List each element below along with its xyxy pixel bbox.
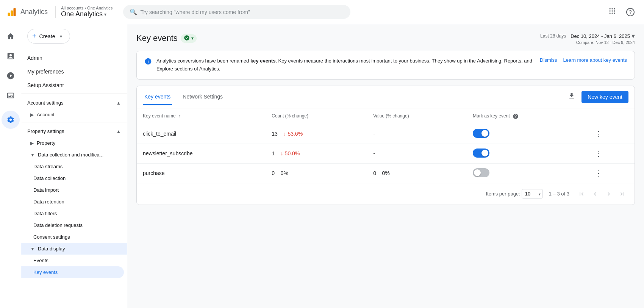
col-header-name: Key event name ↑ [137, 108, 266, 124]
cell-mark-1 [467, 124, 587, 144]
first-page-button[interactable] [575, 188, 588, 200]
sidebar-item-my-preferences[interactable]: My preferences [21, 65, 124, 78]
sidebar-item-events[interactable]: Events [21, 255, 124, 266]
property-settings-header[interactable]: Property settings ▲ [21, 124, 127, 137]
toggle-2[interactable] [473, 149, 489, 158]
more-menu-button-2[interactable]: ⋮ [593, 148, 604, 159]
data-collection-label: Data collection [33, 175, 66, 181]
sidebar-item-data-deletion-requests[interactable]: Data deletion requests [21, 219, 124, 231]
more-menu-button-1[interactable]: ⋮ [593, 128, 604, 139]
date-range-expand-icon[interactable]: ▾ [631, 32, 635, 40]
svg-point-10 [611, 13, 613, 14]
sidebar-item-consent-settings[interactable]: Consent settings [21, 231, 124, 243]
sidebar-item-data-collection[interactable]: Data collection [21, 172, 124, 184]
cell-mark-3 [467, 163, 587, 183]
svg-point-4 [611, 8, 613, 9]
sidebar-icon-admin[interactable] [2, 111, 20, 129]
sidebar-item-account[interactable]: ▶ Account [21, 109, 127, 120]
account-settings-header[interactable]: Account settings ▲ [21, 95, 127, 109]
create-button[interactable]: + Create ▾ [27, 29, 70, 44]
icon-sidebar [0, 24, 21, 308]
col-header-value: Value (% change) [367, 108, 467, 124]
cell-value-2: - [367, 144, 467, 163]
new-key-event-button[interactable]: New key event [581, 91, 628, 103]
status-check-icon [184, 35, 190, 42]
sidebar-item-data-filters[interactable]: Data filters [21, 208, 124, 219]
table-card: Key events Network Settings New key even… [136, 86, 635, 205]
learn-more-link[interactable]: Learn more about key events [563, 57, 627, 63]
table-head: Key event name ↑ Count (% change) Value … [137, 108, 635, 124]
svg-point-11 [614, 13, 615, 14]
cell-more-2: ⋮ [587, 144, 635, 163]
download-button[interactable] [565, 91, 578, 103]
text-sidebar: + Create ▾ Admin My preferences Setup As… [21, 24, 127, 308]
sidebar-item-data-import[interactable]: Data import [21, 184, 124, 196]
setup-assistant-label: Setup Assistant [27, 82, 64, 88]
table-row: newsletter_subscribe 1 ↓ 50.0% - [137, 144, 635, 163]
toggle-1[interactable] [473, 129, 489, 138]
sidebar-item-admin[interactable]: Admin [21, 51, 124, 65]
sidebar-icon-explore[interactable] [2, 67, 20, 85]
sidebar-item-data-streams[interactable]: Data streams [21, 161, 124, 172]
col-header-actions [587, 108, 635, 124]
help-icon-button[interactable]: ? [623, 5, 638, 20]
cell-more-3: ⋮ [587, 163, 635, 183]
tab-key-events[interactable]: Key events [143, 89, 172, 105]
toggle-3[interactable] [473, 168, 489, 177]
prev-page-button[interactable] [589, 188, 601, 200]
sidebar-item-data-display[interactable]: ▼ Data display [21, 243, 127, 255]
more-menu-button-3[interactable]: ⋮ [593, 167, 604, 179]
account-expand-icon: ▶ [30, 112, 34, 117]
date-range-text: Dec 10, 2024 - Jan 6, 2025 [571, 33, 630, 39]
svg-point-6 [610, 10, 611, 11]
dismiss-button[interactable]: Dismiss [540, 57, 557, 63]
data-retention-label: Data retention [33, 199, 64, 205]
info-bold-text: key events [250, 58, 276, 64]
per-page-label: Items per page: [486, 191, 520, 197]
info-banner: Analytics conversions have been renamed … [136, 51, 635, 80]
info-text: Analytics conversions have been renamed … [156, 57, 535, 73]
logo-area: Analytics [6, 6, 48, 18]
last-page-button[interactable] [616, 188, 628, 200]
apps-icon-button[interactable] [605, 5, 620, 20]
status-badge[interactable]: ▾ [181, 34, 197, 43]
per-page-select[interactable]: 10 25 50 100 [522, 189, 543, 199]
count-change-1: ↓ 53.6% [283, 131, 303, 137]
property-label: Property [37, 140, 55, 146]
per-page-selector: Items per page: 10 25 50 100 [486, 189, 542, 199]
value-change-3: 0% [382, 170, 389, 176]
tab-network-settings[interactable]: Network Settings [181, 89, 224, 105]
top-nav-actions: ? [605, 5, 638, 20]
search-bar[interactable]: 🔍 [123, 5, 350, 19]
my-preferences-label: My preferences [27, 69, 64, 75]
account-label: Account [37, 112, 55, 117]
search-input[interactable] [140, 9, 344, 15]
data-collection-mod-label: Data collection and modifica... [38, 152, 103, 158]
next-page-button[interactable] [603, 188, 615, 200]
data-import-label: Data import [33, 187, 59, 193]
mark-help-icon[interactable] [513, 113, 519, 119]
sidebar-item-data-retention[interactable]: Data retention [21, 196, 124, 208]
sidebar-icon-home[interactable] [2, 27, 20, 45]
sidebar-item-data-collection-mod[interactable]: ▼ Data collection and modifica... [21, 149, 127, 161]
breadcrumb: All accounts › One Analytics One Analyti… [55, 6, 113, 18]
sidebar-item-property[interactable]: ▶ Property [21, 137, 127, 149]
create-chevron-icon: ▾ [60, 34, 62, 39]
sidebar-item-key-events[interactable]: Key events [21, 266, 124, 278]
down-arrow-icon: ↓ [283, 131, 286, 137]
svg-point-7 [611, 10, 613, 11]
property-settings-chevron-icon: ▲ [116, 129, 121, 134]
cell-name-1: click_to_email [137, 124, 266, 144]
table-header-row: Key event name ↑ Count (% change) Value … [137, 108, 635, 124]
status-chevron-icon: ▾ [191, 36, 194, 41]
sidebar-icon-reports[interactable] [2, 47, 20, 65]
top-nav: Analytics All accounts › One Analytics O… [0, 0, 644, 24]
sort-icon[interactable]: ↑ [178, 113, 181, 119]
data-display-label: Data display [38, 246, 65, 252]
app-title: Analytics [20, 8, 48, 16]
date-range-selector[interactable]: Last 28 days Dec 10, 2024 - Jan 6, 2025 … [540, 32, 635, 40]
account-selector[interactable]: One Analytics ▾ [61, 10, 113, 18]
plus-icon: + [32, 32, 36, 40]
sidebar-item-setup-assistant[interactable]: Setup Assistant [21, 78, 124, 92]
sidebar-icon-advertising[interactable] [2, 86, 20, 105]
